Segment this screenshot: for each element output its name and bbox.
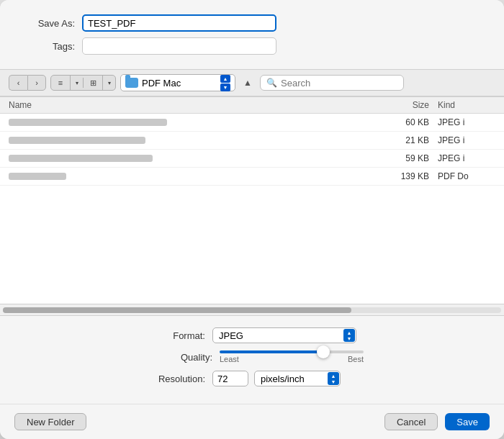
quality-slider-row: Least Best: [220, 350, 364, 363]
quality-least-label: Least: [220, 355, 239, 363]
file-list-header: Name Size Kind: [0, 97, 504, 114]
file-kind-cell: JPEG i: [438, 135, 495, 145]
toolbar: ‹ › ≡ ▾ ⊞ ▾ PDF Mac ▲ ▼ ▲ 🔍: [0, 69, 504, 96]
search-box: 🔍: [260, 75, 404, 91]
file-kind-cell: PDF Do: [438, 171, 495, 181]
bottom-bar: New Folder Cancel Save: [0, 404, 504, 439]
file-size-cell: 59 KB: [372, 153, 429, 163]
file-name-cell: [9, 137, 372, 144]
forward-button[interactable]: ›: [27, 75, 46, 91]
save-as-row: Save As:: [17, 14, 487, 32]
location-down-arrow: ▼: [220, 83, 230, 91]
location-arrows: ▲ ▼: [220, 75, 230, 91]
file-size-cell: 139 KB: [372, 171, 429, 181]
file-name-blurred: [9, 137, 145, 144]
list-view-dropdown[interactable]: ▾: [70, 75, 83, 91]
top-form: Save As: Tags:: [0, 0, 504, 69]
resolution-input[interactable]: [212, 371, 248, 386]
view-buttons: ≡ ▾ ⊞ ▾: [50, 75, 116, 91]
file-name-blurred: [9, 155, 153, 162]
search-input[interactable]: [281, 78, 397, 89]
table-row[interactable]: 21 KB JPEG i: [0, 132, 504, 150]
quality-slider-track[interactable]: [220, 350, 364, 353]
cancel-button[interactable]: Cancel: [384, 413, 438, 430]
format-select-wrapper: JPEG PNG TIFF PDF ▲ ▼: [212, 327, 356, 343]
resolution-control: pixels/inch pixels/cm ▲ ▼: [212, 371, 371, 386]
new-folder-button[interactable]: New Folder: [14, 413, 86, 430]
file-name-cell: [9, 173, 372, 180]
col-kind-header: Kind: [438, 100, 495, 110]
scrollbar-area: [0, 304, 504, 316]
search-icon: 🔍: [266, 78, 277, 88]
tags-label: Tags:: [17, 41, 75, 52]
format-select[interactable]: JPEG PNG TIFF PDF: [212, 327, 356, 343]
file-size-cell: 21 KB: [372, 135, 429, 145]
file-name-cell: [9, 155, 372, 162]
quality-labels: Least Best: [220, 355, 364, 363]
table-row[interactable]: 139 KB PDF Do: [0, 168, 504, 186]
file-kind-cell: JPEG i: [438, 117, 495, 127]
options-area: Format: JPEG PNG TIFF PDF ▲ ▼: [0, 316, 504, 404]
tags-input[interactable]: [82, 37, 276, 55]
file-name-blurred: [9, 119, 167, 126]
file-name-blurred: [9, 173, 66, 180]
list-view-button[interactable]: ≡: [51, 75, 70, 91]
file-name-cell: [9, 119, 372, 126]
resolution-label: Resolution:: [133, 374, 205, 384]
pixels-select[interactable]: pixels/inch pixels/cm: [254, 371, 341, 386]
table-row[interactable]: 59 KB JPEG i: [0, 150, 504, 168]
tags-row: Tags:: [17, 37, 487, 55]
file-kind-cell: JPEG i: [438, 153, 495, 163]
col-name-header: Name: [9, 100, 372, 110]
location-up-arrow: ▲: [220, 75, 230, 83]
scrollbar-thumb[interactable]: [3, 307, 351, 313]
nav-buttons: ‹ ›: [9, 75, 46, 91]
scrollbar-track[interactable]: [3, 307, 501, 313]
col-size-header: Size: [372, 100, 429, 110]
save-button[interactable]: Save: [445, 413, 490, 430]
pixels-select-wrapper: pixels/inch pixels/cm ▲ ▼: [254, 371, 341, 386]
save-as-label: Save As:: [17, 18, 75, 29]
quality-best-label: Best: [348, 355, 364, 363]
location-selector[interactable]: PDF Mac ▲ ▼: [120, 74, 235, 91]
format-label: Format:: [133, 330, 205, 341]
file-list-container: Name Size Kind 60 KB JPEG i 21 KB JPEG i…: [0, 96, 504, 304]
save-as-input[interactable]: [82, 14, 276, 32]
resolution-row: Resolution: pixels/inch pixels/cm ▲ ▼: [17, 371, 487, 386]
folder-icon: [125, 78, 138, 88]
back-button[interactable]: ‹: [9, 75, 27, 91]
format-row: Format: JPEG PNG TIFF PDF ▲ ▼: [17, 327, 487, 343]
quality-slider-thumb[interactable]: [317, 345, 330, 358]
location-label: PDF Mac: [142, 78, 217, 89]
file-size-cell: 60 KB: [372, 117, 429, 127]
grid-view-dropdown[interactable]: ▾: [102, 75, 115, 91]
quality-label: Quality:: [140, 352, 212, 363]
save-dialog: Save As: Tags: ‹ › ≡ ▾ ⊞ ▾ PDF Mac ▲ ▼: [0, 0, 504, 439]
collapse-button[interactable]: ▲: [240, 75, 256, 91]
table-row[interactable]: 60 KB JPEG i: [0, 114, 504, 132]
grid-view-button[interactable]: ⊞: [84, 75, 102, 91]
quality-row: Quality: Least Best: [17, 350, 487, 363]
quality-slider-wrapper: [220, 350, 364, 353]
format-control: JPEG PNG TIFF PDF ▲ ▼: [212, 327, 371, 343]
right-buttons: Cancel Save: [384, 413, 490, 430]
